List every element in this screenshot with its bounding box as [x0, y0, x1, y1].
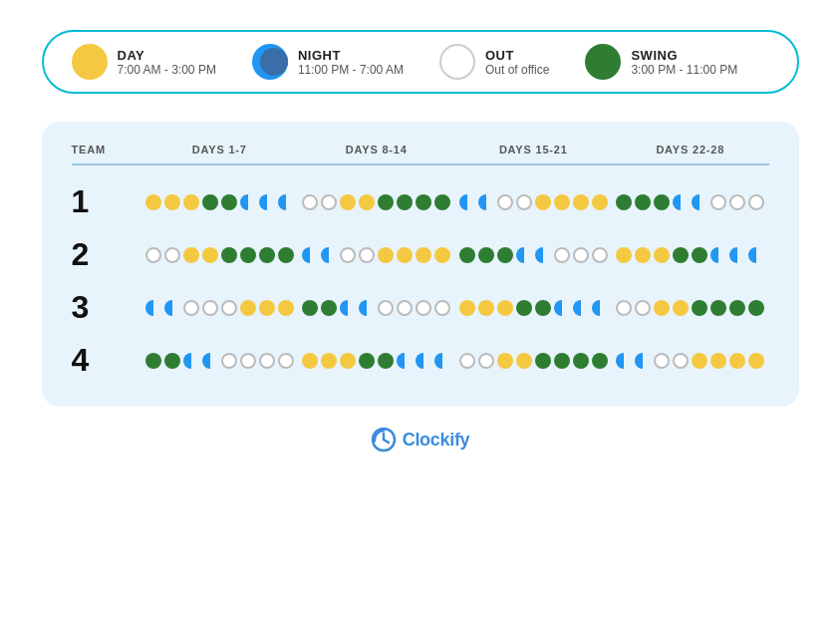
legend-night-text: NIGHT 11:00 PM - 7:00 AM [298, 48, 404, 77]
schedule-dot [654, 300, 670, 316]
out-sublabel: Out of office [485, 63, 549, 77]
schedule-dot [635, 353, 651, 369]
schedule-dot [497, 300, 513, 316]
schedule-dot [397, 300, 413, 316]
dots-cell [298, 353, 455, 369]
schedule-dot [729, 300, 745, 316]
schedule-dot [359, 194, 375, 210]
dots-cell [612, 247, 769, 263]
schedule-dot [416, 194, 431, 210]
schedule-dot [478, 300, 494, 316]
schedule-dot [748, 353, 764, 369]
schedule-dot [397, 194, 413, 210]
schedule-dot [554, 353, 570, 369]
schedule-dot [164, 247, 180, 263]
legend-out-text: OUT Out of office [485, 48, 549, 77]
schedule-dot [321, 353, 337, 369]
dots-cell [298, 194, 455, 210]
schedule-dot [202, 300, 218, 316]
night-icon [252, 44, 288, 80]
schedule-dot [164, 353, 180, 369]
out-label: OUT [485, 48, 549, 63]
schedule-dot [554, 194, 570, 210]
header-days2: DAYS 8-14 [298, 144, 455, 155]
schedule-dot [321, 300, 337, 316]
dots-cell [141, 300, 299, 316]
schedule-dot [748, 194, 764, 210]
schedule-dot [710, 247, 726, 263]
schedule-dot [302, 353, 318, 369]
legend-swing-text: SWING 3:00 PM - 11:00 PM [631, 48, 737, 77]
night-sublabel: 11:00 PM - 7:00 AM [298, 63, 404, 77]
dots-cell [298, 247, 455, 263]
schedule-dot [302, 194, 318, 210]
schedule-dot [240, 353, 256, 369]
header-team: TEAM [72, 144, 141, 155]
schedule-dot [459, 194, 475, 210]
schedule-dot [416, 300, 431, 316]
schedule-dot [459, 300, 475, 316]
schedule-dot [635, 300, 651, 316]
table-row: 4 [72, 334, 769, 387]
schedule-dot [221, 247, 237, 263]
dots-cell [612, 300, 769, 316]
schedule-dot [692, 247, 707, 263]
schedule-dot [635, 247, 651, 263]
schedule-dot [278, 194, 294, 210]
schedule-dot [221, 300, 237, 316]
legend-day: DAY 7:00 AM - 3:00 PM [72, 44, 216, 80]
schedule-dot [729, 353, 745, 369]
schedule-dot [221, 194, 237, 210]
schedule-dot [302, 300, 318, 316]
schedule-dot [729, 247, 745, 263]
clockify-text: Clockify [403, 430, 470, 451]
schedule-dot [145, 353, 161, 369]
schedule-dot [673, 300, 689, 316]
schedule-dot [710, 300, 726, 316]
schedule-dot [573, 300, 589, 316]
schedule-dot [397, 353, 413, 369]
schedule-dot [278, 247, 294, 263]
schedule-dot [434, 353, 450, 369]
schedule-dot [259, 353, 275, 369]
schedule-dot [221, 353, 237, 369]
schedule-dot [340, 247, 356, 263]
schedule-dot [592, 300, 608, 316]
team-number: 4 [72, 342, 141, 379]
schedule-dot [654, 247, 670, 263]
dots-cell [455, 353, 613, 369]
schedule-dot [321, 247, 337, 263]
schedule-dot [378, 247, 394, 263]
schedule-dot [259, 300, 275, 316]
dots-cell [455, 194, 613, 210]
dots-cell [612, 194, 769, 210]
schedule-dot [710, 194, 726, 210]
schedule-dot [535, 247, 551, 263]
schedule-dot [673, 194, 689, 210]
schedule-dot [554, 247, 570, 263]
schedule-dot [573, 247, 589, 263]
dots-cell [455, 247, 613, 263]
schedule-dot [202, 353, 218, 369]
schedule-dot [592, 353, 608, 369]
schedule-dot [378, 300, 394, 316]
schedule-dot [573, 353, 589, 369]
header-days4: DAYS 22-28 [612, 144, 769, 155]
table-row: 2 [72, 228, 769, 281]
schedule-dot [710, 353, 726, 369]
schedule-dot [729, 194, 745, 210]
schedule-dot [378, 194, 394, 210]
schedule-dot [164, 194, 180, 210]
schedule-dot [259, 247, 275, 263]
schedule-dot [397, 247, 413, 263]
legend-bar: DAY 7:00 AM - 3:00 PM NIGHT 11:00 PM - 7… [42, 30, 799, 94]
dots-cell [141, 353, 299, 369]
schedule-dot [434, 247, 450, 263]
schedule-dot [673, 247, 689, 263]
header-days1: DAYS 1-7 [141, 144, 299, 155]
schedule-dot [748, 247, 764, 263]
schedule-dot [592, 194, 608, 210]
schedule-dot [378, 353, 394, 369]
schedule-dot [654, 194, 670, 210]
schedule-dot [573, 194, 589, 210]
